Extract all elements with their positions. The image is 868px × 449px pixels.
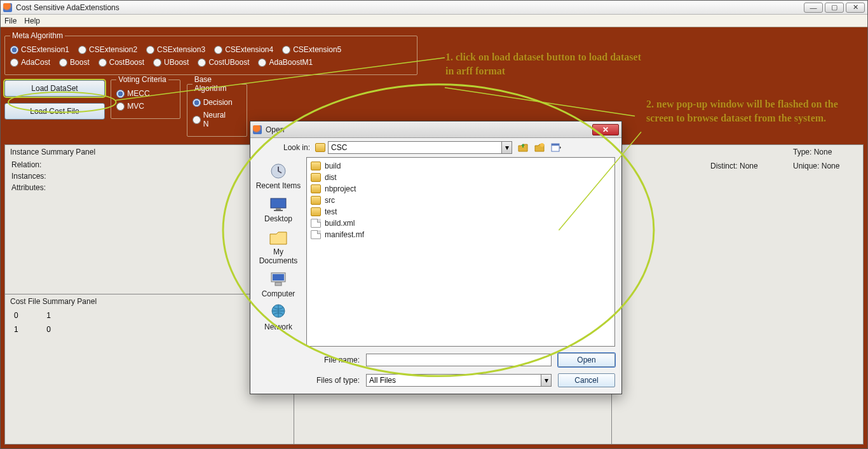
chevron-down-icon: ▾ bbox=[501, 142, 512, 153]
window-title: Cost Sensitive AdaExtenstions bbox=[16, 3, 804, 12]
file-item[interactable]: build bbox=[311, 160, 611, 172]
menu-help[interactable]: Help bbox=[24, 17, 40, 25]
open-button[interactable]: Open bbox=[558, 353, 615, 367]
folder-icon bbox=[311, 162, 321, 170]
app-window: Cost Sensitive AdaExtenstions — ▢ ✕ File… bbox=[0, 0, 868, 449]
folder-icon bbox=[311, 184, 321, 193]
svg-rect-8 bbox=[273, 274, 284, 280]
svg-rect-6 bbox=[274, 210, 283, 211]
file-icon bbox=[311, 230, 321, 239]
chevron-down-icon: ▾ bbox=[541, 375, 551, 386]
folder-icon bbox=[311, 207, 321, 216]
close-button[interactable]: ✕ bbox=[846, 3, 865, 13]
desktop-icon bbox=[267, 194, 290, 214]
place-recent-items[interactable]: Recent Items bbox=[255, 161, 301, 190]
recent-items-icon bbox=[267, 161, 290, 181]
lookin-value: CSC bbox=[331, 143, 347, 152]
file-item[interactable]: test bbox=[311, 206, 611, 218]
places-bar: Recent ItemsDesktopMy DocumentsComputerN… bbox=[250, 157, 306, 348]
folder-icon bbox=[311, 196, 321, 205]
filename-label: File name: bbox=[324, 356, 360, 364]
app-body: Meta Algorithm CSExtension1CSExtension2C… bbox=[1, 27, 867, 448]
folder-icon bbox=[311, 173, 321, 182]
svg-rect-4 bbox=[271, 198, 286, 208]
minimize-button[interactable]: — bbox=[804, 3, 823, 13]
svg-rect-9 bbox=[275, 282, 281, 286]
maximize-button[interactable]: ▢ bbox=[825, 3, 844, 13]
java-icon bbox=[253, 125, 262, 134]
dialog-titlebar: Open ✕ bbox=[250, 121, 621, 138]
new-folder-icon[interactable] bbox=[534, 142, 545, 153]
java-icon bbox=[3, 3, 12, 12]
open-dialog: Open ✕ Look in: CSC ▾ bbox=[250, 121, 622, 394]
file-item[interactable]: build.xml bbox=[311, 218, 611, 229]
place-my-documents[interactable]: My Documents bbox=[255, 227, 301, 265]
file-item[interactable]: src bbox=[311, 195, 611, 206]
view-menu-icon[interactable] bbox=[550, 142, 562, 153]
place-network[interactable]: Network bbox=[255, 302, 301, 331]
file-item[interactable]: manifest.mf bbox=[311, 229, 611, 240]
svg-point-0 bbox=[540, 143, 544, 147]
dialog-title: Open bbox=[266, 125, 592, 134]
menubar: File Help bbox=[1, 15, 867, 27]
folder-icon bbox=[315, 143, 325, 152]
dialog-bottom: File name: Open Files of type: All Files… bbox=[250, 348, 621, 394]
menu-file[interactable]: File bbox=[4, 17, 17, 25]
filetype-combo[interactable]: All Files ▾ bbox=[366, 374, 552, 387]
file-item[interactable]: dist bbox=[311, 172, 611, 183]
place-computer[interactable]: Computer bbox=[255, 269, 301, 298]
place-desktop[interactable]: Desktop bbox=[255, 194, 301, 223]
computer-icon bbox=[267, 269, 290, 289]
dialog-close-button[interactable]: ✕ bbox=[592, 124, 619, 135]
file-item[interactable]: nbproject bbox=[311, 183, 611, 195]
filename-input[interactable] bbox=[366, 354, 552, 366]
my-documents-icon bbox=[267, 227, 290, 247]
dialog-toolbar: Look in: CSC ▾ bbox=[250, 138, 621, 157]
network-icon bbox=[267, 302, 290, 322]
filetype-value: All Files bbox=[369, 376, 396, 385]
titlebar: Cost Sensitive AdaExtenstions — ▢ ✕ bbox=[1, 1, 867, 15]
file-list[interactable]: builddistnbprojectsrctestbuild.xmlmanife… bbox=[306, 157, 615, 347]
svg-rect-2 bbox=[552, 144, 559, 146]
cancel-button[interactable]: Cancel bbox=[558, 373, 615, 387]
filetype-label: Files of type: bbox=[316, 376, 360, 385]
lookin-combo[interactable]: CSC ▾ bbox=[328, 141, 512, 154]
svg-rect-5 bbox=[276, 208, 281, 210]
up-one-level-icon[interactable] bbox=[517, 142, 529, 153]
lookin-label: Look in: bbox=[283, 143, 310, 152]
file-icon bbox=[311, 219, 321, 228]
